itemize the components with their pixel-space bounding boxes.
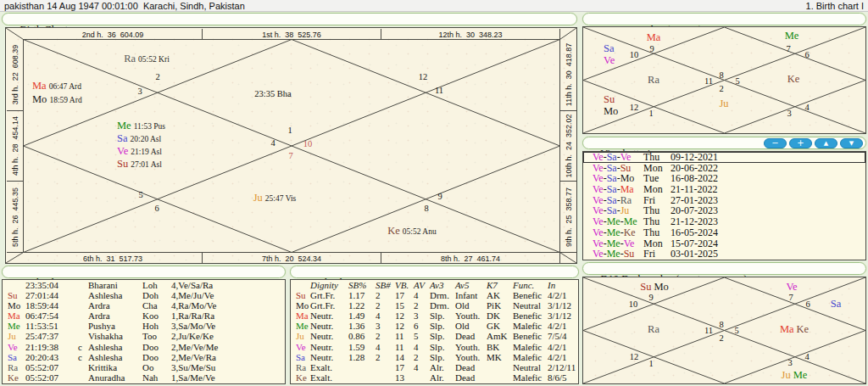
sb-percent: 0.86 [348, 331, 376, 341]
nakshatra-row: Ve 21:19:38 c Ashlesha Doo 2,Me/Ve/Me [3, 342, 285, 352]
plus-icon: + [790, 139, 811, 148]
sign-number: 12 [630, 352, 639, 361]
name-syllable: Loh [142, 280, 171, 290]
sign-number: 8 [719, 70, 723, 80]
av3-value: Slp. [430, 352, 455, 362]
combust-flag [78, 290, 88, 300]
planet-time: 05:52:07 [25, 362, 78, 372]
sign-number: 4 [270, 138, 275, 148]
combust-flag: c [78, 342, 88, 352]
av5-value: Infant [455, 290, 487, 300]
house-cusp-label: 8th h. 27 461.74 [441, 255, 500, 263]
dignity-value: Neutr. [310, 331, 348, 341]
dignity-row: Ve Neutr. 1.59 4 11 4 Slp. Youth. BK Mal… [291, 342, 578, 352]
sign-number: 6 [805, 299, 810, 309]
nakshatra-name: Ardra [88, 300, 142, 310]
functional-nature: Malefic [513, 321, 548, 331]
scroll-up-button[interactable]: ▲ [815, 138, 837, 148]
combust-flag [78, 300, 88, 310]
left-cusp-strip: 3rd h. 22 608.39 4th h. 28 454.14 5th h.… [7, 40, 24, 253]
sign-number: 6 [804, 50, 809, 59]
av5-value: Dead [455, 331, 487, 341]
vb-value: 12 [395, 310, 414, 321]
plus-button[interactable]: + [789, 138, 812, 148]
dasha-date: 21-12-2023 [670, 216, 718, 227]
chart-lines-icon [583, 27, 865, 133]
bottom-cusp-strip: 6th h. 31 517.73 7th h. 20 524.34 8th h.… [24, 253, 560, 264]
column-header: Av3 [430, 280, 455, 290]
sb-percent: 1.28 [348, 352, 376, 362]
planet-abbr: Me [3, 321, 25, 331]
k7-value: DK [487, 310, 513, 321]
nakshatra-row: Mo 18:59:44 Ardra Cha 4,Ra/Mo/Ve [3, 300, 285, 310]
name-syllable: Cha [142, 300, 171, 310]
planet-moon-label: Mo [604, 105, 618, 118]
vb-value: 17 [395, 290, 414, 300]
nakshatra-name: Anuradha [88, 372, 142, 383]
dignity-value: Neutr. [310, 310, 348, 321]
sign-number: 3 [787, 109, 791, 118]
planet-abbr: Ju [3, 331, 25, 341]
planet-ketu-label: Ke [787, 73, 800, 86]
sign-number: 3 [787, 358, 792, 367]
sign-number: 10 [630, 50, 639, 59]
functional-nature: Malefic [513, 372, 548, 383]
d9-chart-diagram: 9 10 7 6 8 11 5 2 12 1 3 4 Ma Sa Ve Me R… [582, 26, 866, 134]
planet-mars-ketu-label: Ma Ke [780, 323, 809, 336]
planet-abbr: Ke [291, 372, 310, 383]
planet-abbr: Ke [3, 372, 25, 383]
in-value: 7/5/4 [548, 331, 578, 341]
sign-number: 5 [734, 326, 738, 335]
sign-number: 5 [735, 76, 739, 86]
sign-number: 10 [303, 139, 313, 148]
av-value: 3 [414, 310, 430, 321]
pada-lords: 4,Me/Ju/Ve [171, 290, 285, 300]
dignity-row: Su Grt.Fr. 1.17 2 17 4 Drm. Infant AK Be… [291, 290, 578, 300]
sign-number: 2 [719, 333, 723, 343]
chart-lines-icon [6, 28, 576, 263]
minus-button[interactable]: − [764, 138, 787, 148]
av-value: 6 [414, 321, 430, 331]
sb-number: 2 [376, 352, 395, 362]
nakshatra-row: Ra 05:52:07 Krittika Oo 3,Su/Me/Su [3, 362, 285, 372]
planet-abbr: Su [291, 290, 310, 300]
av5-value: Youth. [455, 310, 487, 321]
av3-value: Alr. [430, 362, 455, 372]
combust-flag [78, 321, 88, 331]
nakshatra-name: Ardra [88, 310, 142, 321]
dasha-weekday: Thu [643, 227, 670, 238]
minus-icon: − [765, 139, 786, 148]
k7-value: GK [487, 321, 513, 331]
dasha-row[interactable]: Ve-Me-Su Fri 03-01-2025 [583, 249, 865, 260]
functional-nature: Benefic [513, 331, 548, 341]
dasha-period-label: Ve-Me-Su [593, 249, 643, 260]
dasha-date: 09-12-2021 [670, 152, 718, 163]
sign-number: 10 [629, 299, 638, 309]
house-cusp-label: 3rd h. 22 608.39 [11, 45, 19, 105]
planet-mars-label: Ma [647, 31, 661, 44]
scroll-down-button[interactable]: ▼ [840, 138, 863, 148]
house-cusp-label: 2nd h. 36 604.09 [82, 31, 144, 39]
sign-number: 9 [437, 192, 442, 201]
planet-time: 20:20:43 [25, 352, 78, 362]
planet-abbr: Ma [3, 310, 25, 321]
nakshatra-row: Sa 20:20:43 c Ashlesha Doo 2,Me/Ve/Ra [3, 352, 285, 362]
dignity-value: Neutr. [310, 352, 348, 362]
vimshottari-header: Vimshottari − + ▲ ▼ [582, 137, 866, 149]
dasha-weekday: Fri [643, 249, 670, 260]
planet-time: 11:53:51 [25, 321, 78, 331]
av5-value: Youth. [455, 342, 487, 352]
nakshatra-table-header: Birth Chart [2, 266, 286, 278]
sb-number: 4 [376, 310, 395, 321]
planet-abbr: Sa [291, 352, 310, 362]
pada-lords: 2,Me/Ve/Me [171, 342, 285, 352]
vb-value: 12 [395, 321, 414, 331]
vb-value: 13 [395, 372, 414, 383]
planet-saturn-label: Sa [604, 42, 615, 55]
name-syllable: Koo [142, 310, 171, 321]
title-bar: pakisthan 14 Aug 1947 00:01:00 Karachi, … [0, 0, 868, 12]
av-value: 4 [414, 290, 430, 300]
combust-flag [78, 372, 88, 383]
planet-abbr: Sa [3, 352, 25, 362]
chart-lines-icon [583, 277, 865, 383]
